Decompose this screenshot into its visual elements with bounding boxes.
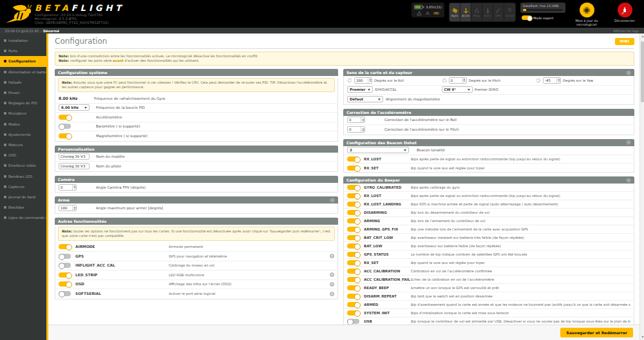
- sidebar-item-preset[interactable]: Preset: [0, 88, 46, 98]
- firmware-flasher-button[interactable]: Mise à jour du micrologiciel: [570, 3, 603, 26]
- gyro-frequency-row: 8.00 kHz Fréquence de rafraîchissement d…: [55, 94, 337, 104]
- pid-loop-frequency-select[interactable]: 8.00 kHz: [59, 104, 90, 111]
- expert-mode-toggle[interactable]: [522, 15, 531, 20]
- sidebar-item-bandeau-led[interactable]: Bandeau LED: [0, 171, 46, 181]
- beeper-bat-low-toggle[interactable]: [347, 243, 359, 249]
- dataflash-usage-bar: [523, 9, 563, 11]
- beeper-gyro-calibrated-toggle[interactable]: [347, 185, 359, 190]
- max-arm-angle-input[interactable]: [59, 205, 72, 211]
- beeper-system-init-toggle[interactable]: [347, 310, 359, 316]
- betaflight-logo: BETAFLIGHT Configurateur: 10.10.1-debug-…: [4, 1, 124, 26]
- roll-icon: [347, 78, 352, 83]
- sidebar-item-failsafe[interactable]: Failsafe: [0, 77, 46, 88]
- wiki-button[interactable]: WIKI: [615, 38, 634, 45]
- gps-toggle[interactable]: [59, 254, 71, 259]
- beeper-acc-calibration-fail-toggle[interactable]: [347, 277, 359, 282]
- sidebar-item-cli[interactable]: Ligne de commande (CLI): [0, 212, 46, 223]
- beeper-bat-crit-low-toggle[interactable]: [347, 235, 359, 240]
- sidebar-item-ports[interactable]: Ports: [0, 46, 46, 56]
- beeper-row: RX_LOST_LANDINGBips SOS si machine armée…: [344, 200, 634, 209]
- board-degrees-row: Degrés sur le Roll Degrés sur le Pitch: [344, 76, 634, 86]
- scroll-down-arrow[interactable]: [641, 336, 644, 338]
- sidebar-item-capteurs[interactable]: Capteurs: [0, 182, 46, 192]
- beeper-disarm-repeat-toggle[interactable]: [347, 294, 359, 299]
- beeper-acc-calibration-toggle[interactable]: [347, 269, 359, 274]
- osd-toggle[interactable]: [59, 281, 71, 287]
- beeper-rx-lost-landing-toggle[interactable]: [347, 202, 359, 207]
- inflight-acc-cal-toggle[interactable]: [59, 263, 71, 268]
- beeper-gps-status-toggle[interactable]: [347, 252, 359, 257]
- camera-angle-input[interactable]: [59, 185, 72, 190]
- beeper-rx-set-toggle[interactable]: [347, 260, 359, 265]
- beeper-row: RX_SETBip quand la voie aux est réglée p…: [344, 259, 634, 267]
- beeper-arming-toggle[interactable]: [347, 218, 359, 223]
- magnetometer-row: Magnétomètre ( si supporté): [55, 131, 337, 141]
- sidebar-item-moteurs[interactable]: Moteurs: [0, 140, 46, 150]
- sidebar-item-modes[interactable]: Modes: [0, 119, 46, 129]
- gyro-accel-select[interactable]: Premier: [347, 86, 373, 93]
- led-strip-toggle[interactable]: [59, 272, 71, 278]
- pilot-name-input[interactable]: [59, 163, 90, 169]
- stepper-arrows[interactable]: [556, 78, 560, 83]
- sensor-status-bar: Gyro Accel Mag Baro GPS: [449, 3, 516, 22]
- help-icon[interactable]: ?: [330, 254, 334, 258]
- beeper-usb-toggle[interactable]: [347, 319, 359, 324]
- sidebar-item-ajustements[interactable]: Ajustements: [0, 129, 46, 140]
- scroll-up-arrow[interactable]: [641, 35, 644, 37]
- help-icon[interactable]: ?: [330, 282, 334, 287]
- scrollbar-thumb[interactable]: [641, 41, 644, 102]
- help-icon[interactable]: ?: [330, 272, 334, 277]
- first-gyro-select[interactable]: CW 0°: [442, 86, 473, 93]
- section-camera: Caméra Angle Caméra FPV (degrés): [55, 176, 338, 193]
- beeper-rx-lost-toggle[interactable]: [347, 193, 359, 198]
- gear-icon: [626, 178, 631, 183]
- roll-degrees-input[interactable]: [355, 78, 368, 83]
- stepper-arrows[interactable]: [462, 78, 466, 83]
- menu-icon: [4, 71, 6, 73]
- accelerometer-toggle[interactable]: [59, 115, 71, 120]
- feature-row-osd: OSD Affichage des infos sur l'écran (OSD…: [55, 280, 337, 290]
- stepper-arrows[interactable]: [72, 205, 76, 211]
- warning-icon: [417, 11, 422, 15]
- beeper-disarming-toggle[interactable]: [347, 210, 359, 215]
- sidebar-item-blackbox[interactable]: Blackbox: [0, 202, 46, 212]
- airmode-toggle[interactable]: [59, 244, 71, 249]
- vertical-scrollbar[interactable]: [639, 33, 644, 340]
- acc-trim-roll-row: Correction de l'accéléromètre sur le Rol…: [344, 116, 634, 126]
- page-title: Configuration: [55, 37, 107, 46]
- magnetometer-toggle[interactable]: [59, 133, 71, 138]
- yaw-degrees-input[interactable]: [544, 78, 556, 83]
- help-icon[interactable]: ?: [330, 292, 334, 296]
- disconnect-button[interactable]: Déconnecter: [608, 3, 641, 23]
- sidebar-item-osd[interactable]: OSD: [0, 150, 46, 160]
- sidebar-item-installation[interactable]: Installation: [0, 35, 46, 46]
- sidebar-item-recepteur[interactable]: Récepteur: [0, 108, 46, 118]
- dataflash-free-label: Dataflash: free 15.0MB: [523, 5, 563, 8]
- model-name-input[interactable]: [59, 153, 90, 160]
- stepper-arrows[interactable]: [361, 127, 365, 132]
- show-log-link[interactable]: Afficher les logs: [613, 29, 639, 33]
- mag-alignment-select[interactable]: Défaut: [347, 96, 383, 102]
- sidebar-item-reglages-de-pid[interactable]: Réglages de PID: [0, 98, 46, 108]
- stepper-arrows[interactable]: [361, 117, 365, 122]
- stepper-arrows[interactable]: [368, 78, 372, 83]
- beacon-tone-select[interactable]: 2: [347, 147, 409, 153]
- beacon-rx-lost-toggle[interactable]: [347, 156, 359, 162]
- barometer-toggle[interactable]: [59, 124, 71, 129]
- beeper-arming-gps-fix-toggle[interactable]: [347, 227, 359, 232]
- target-name: Cible: GEPR/GEPRC_F722_AIO(STM32F7X2): [35, 21, 124, 24]
- beacon-rx-set-toggle[interactable]: [347, 165, 359, 171]
- sidebar-item-emetteur-video[interactable]: Émetteur vidéo: [0, 160, 46, 171]
- save-and-reboot-button[interactable]: Sauvegarder et Redémarrer: [560, 328, 633, 337]
- sidebar-item-alimentation-et-batterie[interactable]: Alimentation et batterie: [0, 67, 46, 77]
- pitch-degrees-input[interactable]: [450, 78, 462, 83]
- beeper-ready-beep-toggle[interactable]: [347, 285, 359, 290]
- acc-trim-roll-input[interactable]: [348, 117, 361, 122]
- sidebar-item-configuration[interactable]: Configuration: [0, 56, 46, 66]
- acc-trim-pitch-input[interactable]: [348, 127, 361, 132]
- feature-row-airmode: AIRMODE Airmode permanent: [55, 243, 337, 252]
- sidebar-item-journal-de-bord[interactable]: Journal de bord: [0, 192, 46, 202]
- beeper-armed-toggle[interactable]: [347, 302, 359, 307]
- softserial-toggle[interactable]: [59, 291, 71, 296]
- stepper-arrows[interactable]: [72, 185, 76, 190]
